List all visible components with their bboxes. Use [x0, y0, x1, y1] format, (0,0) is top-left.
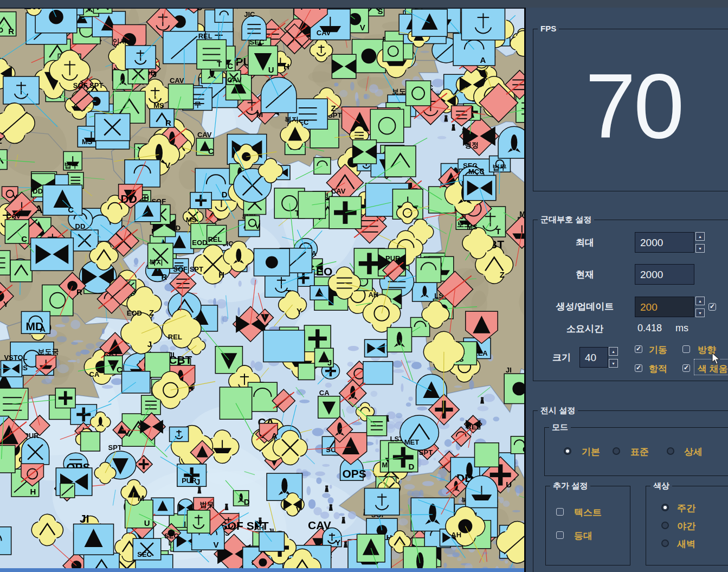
symbol-settings-title: 군대부호 설정 [538, 215, 594, 225]
size-spin-up-button[interactable]: ▲ [609, 347, 618, 356]
update-spin-up-button[interactable]: ▲ [695, 297, 705, 305]
mode-detail-radio[interactable] [667, 447, 674, 455]
color-fill-checkbox[interactable] [682, 364, 690, 372]
size-label: 크기 [539, 351, 584, 364]
color-scheme-group: 색상 주간 야간 새벽 [646, 486, 728, 565]
size-spinbox[interactable]: 40 [579, 347, 608, 368]
update-spin-down-button[interactable]: ▼ [695, 309, 705, 317]
color-dawn-label[interactable]: 새벽 [677, 538, 695, 550]
max-spinbox[interactable]: 2000 [635, 232, 694, 253]
update-spinbox[interactable]: 200 [635, 297, 694, 317]
max-spin-down-button[interactable]: ▼ [695, 244, 705, 253]
display-settings-title: 전시 설정 [538, 406, 578, 416]
current-field[interactable]: 2000 [635, 264, 694, 285]
mode-detail-label[interactable]: 상세 [684, 446, 703, 458]
lighthouse-checkbox-label[interactable]: 등대 [574, 530, 592, 542]
text-checkbox[interactable] [556, 508, 564, 516]
color-scheme-title: 색상 [650, 481, 672, 491]
color-night-label[interactable]: 야간 [677, 520, 695, 532]
mode-group-title: 모드 [549, 422, 571, 433]
elapsed-unit: ms [675, 323, 688, 334]
size-spin-down-button[interactable]: ▼ [609, 359, 618, 368]
symbol-settings-group: 군대부호 설정 최대 2000 ▲ ▼ 현재 2000 생성/업데이트 200 … [533, 220, 728, 381]
fps-value: 70 [533, 56, 728, 157]
extra-settings-group: 추가 설정 텍스트 등대 [545, 486, 630, 565]
mode-basic-label[interactable]: 기본 [582, 446, 600, 458]
extra-settings-title: 추가 설정 [550, 481, 590, 491]
mode-group: 모드 기본 표준 상세 [544, 427, 728, 476]
max-label: 최대 [539, 236, 631, 249]
app-window: FPS 70 군대부호 설정 최대 2000 ▲ ▼ 현재 2000 생성/업데… [0, 0, 728, 572]
mode-standard-label[interactable]: 표준 [630, 446, 649, 458]
mouse-cursor-icon [711, 352, 721, 365]
color-night-radio[interactable] [661, 522, 669, 529]
max-spin-up-button[interactable]: ▲ [695, 232, 705, 241]
track-checkbox-label[interactable]: 항적 [649, 363, 667, 375]
current-label: 현재 [539, 268, 631, 281]
control-panel: FPS 70 군대부호 설정 최대 2000 ▲ ▼ 현재 2000 생성/업데… [526, 8, 728, 572]
mode-standard-radio[interactable] [613, 447, 620, 455]
display-settings-group: 전시 설정 모드 기본 표준 상세 추가 설정 텍스트 등대 색상 주간 [533, 410, 728, 572]
update-label: 생성/업데이트 [539, 300, 631, 313]
maneuver-checkbox-label[interactable]: 기동 [649, 344, 667, 356]
map-canvas[interactable] [0, 8, 524, 572]
color-day-radio[interactable] [661, 504, 669, 511]
fps-group: FPS 70 [533, 29, 728, 191]
lighthouse-checkbox[interactable] [556, 531, 564, 539]
update-checkbox[interactable] [708, 303, 716, 311]
text-checkbox-label[interactable]: 텍스트 [574, 506, 602, 519]
direction-checkbox[interactable] [682, 345, 690, 353]
maneuver-checkbox[interactable] [635, 345, 642, 353]
mode-basic-radio[interactable] [564, 447, 571, 455]
color-day-label[interactable]: 주간 [677, 502, 695, 515]
elapsed-label: 소요시간 [539, 323, 631, 335]
color-dawn-radio[interactable] [661, 539, 669, 547]
elapsed-value: 0.418 [637, 323, 662, 334]
track-checkbox[interactable] [635, 364, 642, 372]
fps-group-title: FPS [538, 24, 559, 33]
